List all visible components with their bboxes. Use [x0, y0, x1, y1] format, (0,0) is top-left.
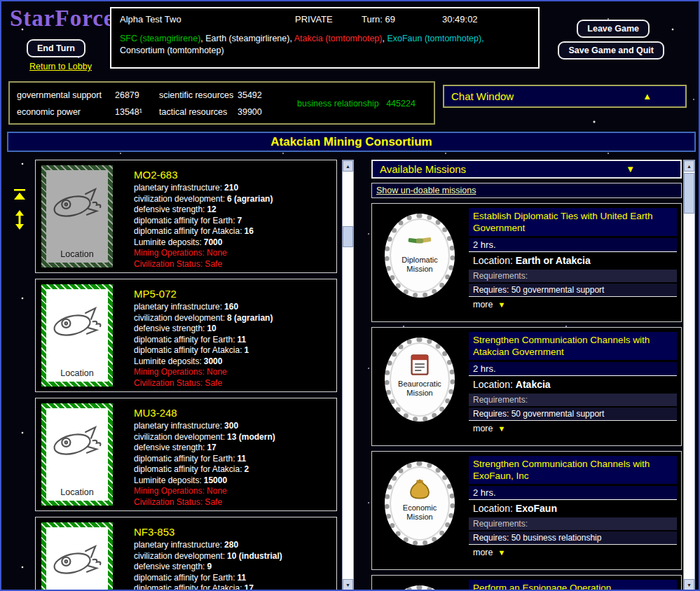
pan-vertical-icon[interactable]	[15, 210, 25, 230]
game-info-panel: Alpha Test Two PRIVATE Turn: 69 30:49:02…	[110, 7, 540, 69]
mission-type-label: Diplomatic Mission	[402, 256, 437, 274]
scroll-to-top-icon[interactable]	[13, 189, 26, 200]
location-card[interactable]: Location	[41, 522, 113, 591]
mission-duration: 2 hrs.	[469, 362, 677, 376]
return-to-lobby-link[interactable]: Return to Lobby	[29, 62, 92, 71]
mission-requires: Requires: 50 governmental support	[469, 408, 677, 421]
more-expand-icon[interactable]: ▼	[497, 300, 505, 309]
planet-name: MP5-072	[134, 288, 273, 300]
starforce-logo: StarForce	[10, 6, 115, 32]
planets-scrollbar[interactable]: ▲ ▼	[342, 160, 354, 591]
player-atakcia: Atakcia (tomtomhotep)	[294, 34, 383, 43]
planets-panel: Location MO2-683 planetary infrastructur…	[35, 160, 337, 591]
mission-badge: Diplomatic Mission	[385, 214, 455, 298]
mission-duration: 2 hrs.	[469, 486, 677, 500]
available-missions-header[interactable]: Available Missions ▼	[371, 160, 682, 179]
tactical-resources-value: 39900	[238, 107, 262, 117]
scrollbar-track[interactable]	[684, 172, 694, 579]
planet-stat: diplomatic affinity for Earth:11	[134, 335, 273, 346]
planet-card[interactable]: Location MO2-683 planetary infrastructur…	[35, 160, 337, 273]
business-relationship: business relationship 445224	[297, 99, 416, 109]
scroll-down-button[interactable]: ▼	[684, 579, 694, 590]
show-undoable-row: Show un-doable missions	[371, 183, 682, 198]
mission-card[interactable]: Perform an Espionage Operation	[371, 575, 682, 591]
scroll-down-button[interactable]: ▼	[343, 579, 353, 590]
mining-operations-status: Mining Operations: None	[134, 486, 275, 497]
location-card[interactable]: Location	[41, 165, 113, 267]
missions-scrollbar[interactable]: ▲ ▼	[683, 160, 695, 591]
planet-stat: diplomatic affinity for Earth:11	[134, 573, 282, 584]
mission-type-label: Economic Mission	[403, 503, 437, 522]
turn-timer: 30:49:02	[442, 14, 478, 25]
game-privacy: PRIVATE	[295, 14, 362, 25]
chat-collapse-icon[interactable]: ▲	[643, 91, 652, 102]
mission-badge: Beaurocratic Mission	[385, 338, 455, 422]
planet-card[interactable]: Location MP5-072 planetary infrastructur…	[35, 279, 337, 392]
business-relationship-value: 445224	[386, 99, 416, 109]
mission-requirements-label: Requirements:	[469, 517, 677, 530]
scrollbar-track[interactable]	[343, 172, 353, 579]
player-consortium: Consortium (tomtomhotep)	[120, 46, 224, 55]
more-expand-icon[interactable]: ▼	[497, 424, 505, 433]
mission-location: Location:Earth or Atakcia	[469, 252, 677, 267]
mission-title: Strengthen Communication Channels with E…	[469, 456, 677, 484]
planet-stat: defensive strength:17	[134, 443, 275, 454]
missions-collapse-icon[interactable]: ▼	[626, 164, 635, 174]
scrollbar-thumb[interactable]	[343, 226, 353, 247]
mission-card[interactable]: Beaurocratic Mission Strengthen Communic…	[371, 327, 682, 446]
planet-card[interactable]: Location MU3-248 planetary infrastructur…	[35, 398, 337, 511]
chat-window-header[interactable]: Chat Window ▲	[443, 85, 687, 108]
end-turn-button[interactable]: End Turn	[27, 39, 85, 57]
mission-more-button[interactable]: more▼	[469, 545, 677, 557]
planet-stat: planetary infrastructure:160	[134, 302, 273, 313]
planet-stat: civilization development:13 (modern)	[134, 432, 275, 443]
location-card[interactable]: Location	[41, 284, 113, 387]
mining-operations-status: Mining Operations: None	[134, 367, 273, 378]
planet-stat: defensive strength:9	[134, 562, 282, 573]
planet-stat: planetary infrastructure:280	[134, 540, 282, 551]
planet-stat: defensive strength:12	[134, 204, 273, 216]
mission-badge: Economic Mission	[385, 461, 455, 545]
player-earth: , Earth (steamgirlirene),	[200, 34, 294, 43]
location-card-label: Location	[46, 368, 108, 378]
rocket-icon	[49, 303, 105, 342]
scroll-up-button[interactable]: ▲	[343, 160, 353, 172]
planet-name: NF3-853	[134, 526, 282, 538]
planet-card[interactable]: Location NF3-853 planetary infrastructur…	[35, 517, 337, 591]
mining-operations-status: Mining Operations: None	[134, 248, 273, 259]
player-sfc: SFC (steamgirlirene)	[120, 34, 200, 43]
leave-game-button[interactable]: Leave Game	[577, 20, 650, 38]
location-card-label: Location	[46, 249, 108, 259]
mission-card[interactable]: Economic Mission Strengthen Communicatio…	[371, 451, 682, 570]
planet-stat: Luminite deposits:7000	[134, 237, 273, 249]
planet-stat: civilization development:10 (industrial)	[134, 551, 282, 562]
mission-more-button[interactable]: more▼	[469, 297, 677, 310]
planet-stat: diplomatic affinity for Earth:7	[134, 216, 273, 227]
mission-title: Establish Diplomatic Ties with United Ea…	[469, 208, 677, 236]
planet-stat: civilization development:8 (agrarian)	[134, 313, 273, 324]
planet-stat: diplomatic affinity for Atakcia:17	[134, 583, 282, 591]
planet-stat: defensive strength:10	[134, 324, 273, 335]
rocket-icon	[49, 422, 105, 461]
mission-card[interactable]: Diplomatic Mission Establish Diplomatic …	[371, 203, 682, 322]
location-card[interactable]: Location	[41, 403, 113, 506]
page-title: Atakcian Mining Consortium	[7, 132, 696, 152]
planet-stat: diplomatic affinity for Atakcia:16	[134, 226, 273, 237]
planet-stat: diplomatic affinity for Earth:11	[134, 454, 275, 465]
document-icon	[408, 354, 432, 376]
save-game-quit-button[interactable]: Save Game and Quit	[558, 41, 664, 60]
rocket-icon	[49, 541, 105, 580]
show-undoable-link[interactable]: Show un-doable missions	[376, 186, 476, 195]
scroll-up-button[interactable]: ▲	[684, 160, 694, 172]
mission-more-button[interactable]: more▼	[469, 421, 677, 433]
planet-stat: Luminite deposits:3000	[134, 356, 273, 368]
missions-panel: Available Missions ▼ Show un-doable miss…	[371, 160, 682, 591]
scrollbar-thumb[interactable]	[684, 173, 694, 214]
location-card-label: Location	[46, 487, 108, 497]
mission-requires: Requires: 50 governmental support	[469, 284, 677, 297]
mission-title: Perform an Espionage Operation	[469, 580, 677, 591]
available-missions-title: Available Missions	[380, 163, 466, 175]
mission-requires: Requires: 50 business relationship	[469, 531, 677, 545]
more-expand-icon[interactable]: ▼	[497, 548, 505, 557]
mission-requirements-label: Requirements:	[469, 270, 677, 282]
